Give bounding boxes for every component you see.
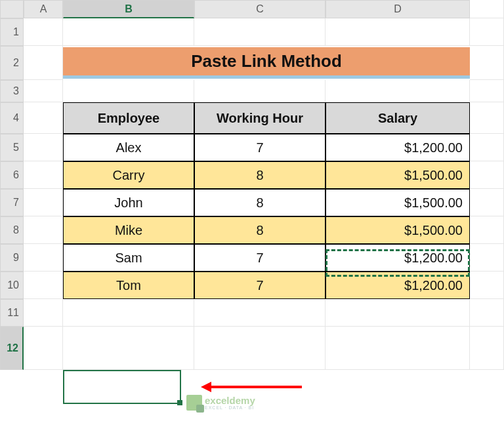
table-cell-employee[interactable]: John <box>63 189 194 216</box>
cell-D12[interactable] <box>326 327 470 370</box>
row-header-1[interactable]: 1 <box>0 18 24 46</box>
cell-E8[interactable] <box>470 216 504 244</box>
table-cell-hour[interactable]: 7 <box>194 244 326 272</box>
table-cell-salary[interactable]: $1,200.00 <box>326 272 470 299</box>
col-header-B[interactable]: B <box>63 0 194 18</box>
cell-E5[interactable] <box>470 134 504 161</box>
active-cell-B12 <box>63 370 181 404</box>
watermark-logo: exceldemy EXCEL · DATA · BI <box>186 395 255 411</box>
fill-handle[interactable] <box>177 400 182 405</box>
cell-A4[interactable] <box>24 102 63 134</box>
row-header-3[interactable]: 3 <box>0 80 24 102</box>
table-cell-hour[interactable]: 8 <box>194 161 326 189</box>
row-header-4[interactable]: 4 <box>0 102 24 134</box>
table-cell-employee[interactable]: Sam <box>63 244 194 272</box>
table-header-working-hour[interactable]: Working Hour <box>194 102 326 134</box>
cell-A11[interactable] <box>24 299 63 327</box>
row-header-9[interactable]: 9 <box>0 244 24 272</box>
table-cell-hour[interactable]: 8 <box>194 189 326 216</box>
table-header-employee[interactable]: Employee <box>63 102 194 134</box>
table-cell-salary[interactable]: $1,200.00 <box>326 134 470 161</box>
cell-A8[interactable] <box>24 216 63 244</box>
cell-A7[interactable] <box>24 189 63 216</box>
table-cell-employee[interactable]: Carry <box>63 161 194 189</box>
col-gutter <box>470 0 504 18</box>
cell-E9[interactable] <box>470 244 504 272</box>
watermark-tagline: EXCEL · DATA · BI <box>205 405 255 410</box>
cell-C12[interactable] <box>194 327 326 370</box>
table-cell-salary[interactable]: $1,200.00 <box>326 244 470 272</box>
cell-A6[interactable] <box>24 161 63 189</box>
cell-E7[interactable] <box>470 189 504 216</box>
table-cell-salary[interactable]: $1,500.00 <box>326 189 470 216</box>
cell-A3[interactable] <box>24 80 63 102</box>
table-cell-salary[interactable]: $1,500.00 <box>326 161 470 189</box>
row-header-7[interactable]: 7 <box>0 189 24 216</box>
cell-E2[interactable] <box>470 46 504 80</box>
table-cell-hour[interactable]: 7 <box>194 134 326 161</box>
table-header-salary[interactable]: Salary <box>326 102 470 134</box>
cell-A9[interactable] <box>24 244 63 272</box>
spreadsheet-grid: A B C D 1 2 Paste Link Method 3 4 Employ… <box>0 0 504 370</box>
col-header-C[interactable]: C <box>194 0 326 18</box>
table-cell-employee[interactable]: Mike <box>63 216 194 244</box>
cell-A5[interactable] <box>24 134 63 161</box>
cell-E10[interactable] <box>470 272 504 299</box>
exceldemy-icon <box>186 395 202 411</box>
cell-E6[interactable] <box>470 161 504 189</box>
cell-B3[interactable] <box>63 80 194 102</box>
cell-E11[interactable] <box>470 299 504 327</box>
cell-B11[interactable] <box>63 299 194 327</box>
cell-A2[interactable] <box>24 46 63 80</box>
cell-B12[interactable] <box>63 327 194 370</box>
cell-A10[interactable] <box>24 272 63 299</box>
table-cell-hour[interactable]: 7 <box>194 272 326 299</box>
col-header-D[interactable]: D <box>326 0 470 18</box>
cell-D11[interactable] <box>326 299 470 327</box>
row-header-11[interactable]: 11 <box>0 299 24 327</box>
cell-E3[interactable] <box>470 80 504 102</box>
table-cell-employee[interactable]: Alex <box>63 134 194 161</box>
table-cell-employee[interactable]: Tom <box>63 272 194 299</box>
cell-E1[interactable] <box>470 18 504 46</box>
col-header-A[interactable]: A <box>24 0 63 18</box>
cell-C1[interactable] <box>194 18 326 46</box>
cell-C3[interactable] <box>194 80 326 102</box>
row-header-12[interactable]: 12 <box>0 327 24 370</box>
cell-E4[interactable] <box>470 102 504 134</box>
row-header-5[interactable]: 5 <box>0 134 24 161</box>
select-all-corner[interactable] <box>0 0 24 18</box>
cell-A12[interactable] <box>24 327 63 370</box>
table-cell-salary[interactable]: $1,500.00 <box>326 216 470 244</box>
table-cell-hour[interactable]: 8 <box>194 216 326 244</box>
cell-D1[interactable] <box>326 18 470 46</box>
cell-C11[interactable] <box>194 299 326 327</box>
page-title: Paste Link Method <box>63 47 470 79</box>
arrow-annotation <box>210 386 302 388</box>
watermark-brand: exceldemy <box>205 395 255 405</box>
row-header-10[interactable]: 10 <box>0 272 24 299</box>
row-header-2[interactable]: 2 <box>0 46 24 80</box>
cell-E12[interactable] <box>470 327 504 370</box>
cell-A1[interactable] <box>24 18 63 46</box>
row-header-8[interactable]: 8 <box>0 216 24 244</box>
cell-B1[interactable] <box>63 18 194 46</box>
cell-D3[interactable] <box>326 80 470 102</box>
row-header-6[interactable]: 6 <box>0 161 24 189</box>
